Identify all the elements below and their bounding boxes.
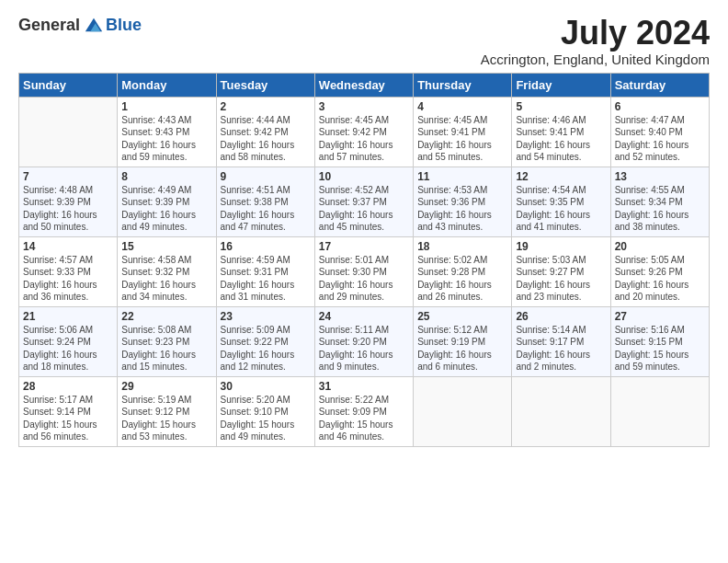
day-number: 13	[615, 170, 705, 183]
cell-info: Sunrise: 4:57 AM Sunset: 9:33 PM Dayligh…	[23, 254, 113, 304]
location: Accrington, England, United Kingdom	[481, 52, 710, 67]
calendar-cell: 14Sunrise: 4:57 AM Sunset: 9:33 PM Dayli…	[19, 236, 118, 306]
cell-info: Sunrise: 5:09 AM Sunset: 9:22 PM Dayligh…	[221, 324, 311, 373]
cell-info: Sunrise: 4:47 AM Sunset: 9:40 PM Dayligh…	[615, 114, 705, 164]
day-number: 3	[319, 100, 409, 113]
day-number: 27	[615, 310, 705, 323]
cell-info: Sunrise: 5:20 AM Sunset: 9:10 PM Dayligh…	[221, 394, 311, 443]
day-number: 23	[221, 310, 311, 323]
calendar-cell: 4Sunrise: 4:45 AM Sunset: 9:41 PM Daylig…	[414, 97, 512, 167]
cell-info: Sunrise: 4:53 AM Sunset: 9:36 PM Dayligh…	[417, 184, 507, 234]
logo: General Blue	[18, 15, 142, 35]
calendar-cell: 2Sunrise: 4:44 AM Sunset: 9:42 PM Daylig…	[216, 97, 314, 167]
day-number: 10	[319, 170, 409, 183]
calendar-cell: 25Sunrise: 5:12 AM Sunset: 9:19 PM Dayli…	[414, 306, 512, 376]
calendar-cell	[512, 376, 610, 446]
logo-icon	[84, 15, 104, 35]
calendar-cell: 31Sunrise: 5:22 AM Sunset: 9:09 PM Dayli…	[314, 376, 413, 446]
day-number: 24	[319, 310, 409, 323]
week-row-1: 1Sunrise: 4:43 AM Sunset: 9:43 PM Daylig…	[19, 97, 710, 167]
calendar-cell: 7Sunrise: 4:48 AM Sunset: 9:39 PM Daylig…	[19, 167, 118, 236]
day-number: 25	[417, 310, 507, 323]
cell-info: Sunrise: 5:01 AM Sunset: 9:30 PM Dayligh…	[319, 254, 409, 304]
day-number: 9	[221, 170, 311, 183]
column-header-wednesday: Wednesday	[314, 73, 413, 97]
calendar-cell: 15Sunrise: 4:58 AM Sunset: 9:32 PM Dayli…	[118, 236, 216, 306]
cell-info: Sunrise: 4:43 AM Sunset: 9:43 PM Dayligh…	[121, 114, 211, 164]
cell-info: Sunrise: 4:44 AM Sunset: 9:42 PM Dayligh…	[221, 114, 311, 164]
calendar-cell	[19, 97, 118, 167]
cell-info: Sunrise: 5:22 AM Sunset: 9:09 PM Dayligh…	[319, 394, 409, 443]
column-header-friday: Friday	[512, 73, 610, 97]
calendar-cell: 11Sunrise: 4:53 AM Sunset: 9:36 PM Dayli…	[414, 167, 512, 236]
calendar-cell: 18Sunrise: 5:02 AM Sunset: 9:28 PM Dayli…	[414, 236, 512, 306]
day-number: 19	[516, 240, 606, 253]
column-header-monday: Monday	[118, 73, 216, 97]
day-number: 31	[319, 380, 409, 393]
calendar-cell: 13Sunrise: 4:55 AM Sunset: 9:34 PM Dayli…	[610, 167, 709, 236]
day-number: 21	[23, 310, 113, 323]
calendar-cell: 20Sunrise: 5:05 AM Sunset: 9:26 PM Dayli…	[610, 236, 709, 306]
day-number: 30	[221, 380, 311, 393]
day-number: 28	[23, 380, 113, 393]
cell-info: Sunrise: 4:45 AM Sunset: 9:42 PM Dayligh…	[319, 114, 409, 164]
day-number: 15	[121, 240, 211, 253]
cell-info: Sunrise: 4:58 AM Sunset: 9:32 PM Dayligh…	[121, 254, 211, 304]
day-number: 4	[417, 100, 507, 113]
calendar-table: SundayMondayTuesdayWednesdayThursdayFrid…	[18, 73, 710, 447]
calendar-cell: 9Sunrise: 4:51 AM Sunset: 9:38 PM Daylig…	[216, 167, 314, 236]
calendar-cell: 1Sunrise: 4:43 AM Sunset: 9:43 PM Daylig…	[118, 97, 216, 167]
cell-info: Sunrise: 5:03 AM Sunset: 9:27 PM Dayligh…	[516, 254, 606, 304]
cell-info: Sunrise: 4:45 AM Sunset: 9:41 PM Dayligh…	[417, 114, 507, 164]
calendar-cell: 27Sunrise: 5:16 AM Sunset: 9:15 PM Dayli…	[610, 306, 709, 376]
calendar-cell: 8Sunrise: 4:49 AM Sunset: 9:39 PM Daylig…	[118, 167, 216, 236]
cell-info: Sunrise: 5:12 AM Sunset: 9:19 PM Dayligh…	[417, 324, 507, 373]
title-area: July 2024 Accrington, England, United Ki…	[481, 15, 710, 67]
calendar-cell: 21Sunrise: 5:06 AM Sunset: 9:24 PM Dayli…	[19, 306, 118, 376]
logo-general: General	[18, 16, 80, 35]
cell-info: Sunrise: 4:51 AM Sunset: 9:38 PM Dayligh…	[221, 184, 311, 234]
day-number: 1	[121, 100, 211, 113]
calendar-cell: 26Sunrise: 5:14 AM Sunset: 9:17 PM Dayli…	[512, 306, 610, 376]
column-header-sunday: Sunday	[19, 73, 118, 97]
column-header-saturday: Saturday	[610, 73, 709, 97]
calendar-cell: 3Sunrise: 4:45 AM Sunset: 9:42 PM Daylig…	[314, 97, 413, 167]
day-number: 12	[516, 170, 606, 183]
cell-info: Sunrise: 4:55 AM Sunset: 9:34 PM Dayligh…	[615, 184, 705, 234]
day-number: 8	[121, 170, 211, 183]
day-number: 6	[615, 100, 705, 113]
cell-info: Sunrise: 4:52 AM Sunset: 9:37 PM Dayligh…	[319, 184, 409, 234]
cell-info: Sunrise: 4:49 AM Sunset: 9:39 PM Dayligh…	[121, 184, 211, 234]
logo-blue: Blue	[106, 16, 142, 35]
calendar-cell: 12Sunrise: 4:54 AM Sunset: 9:35 PM Dayli…	[512, 167, 610, 236]
month-title: July 2024	[481, 15, 710, 52]
cell-info: Sunrise: 5:19 AM Sunset: 9:12 PM Dayligh…	[121, 394, 211, 443]
week-row-2: 7Sunrise: 4:48 AM Sunset: 9:39 PM Daylig…	[19, 167, 710, 236]
day-number: 2	[221, 100, 311, 113]
column-header-thursday: Thursday	[414, 73, 512, 97]
cell-info: Sunrise: 5:11 AM Sunset: 9:20 PM Dayligh…	[319, 324, 409, 373]
calendar-cell: 10Sunrise: 4:52 AM Sunset: 9:37 PM Dayli…	[314, 167, 413, 236]
week-row-3: 14Sunrise: 4:57 AM Sunset: 9:33 PM Dayli…	[19, 236, 710, 306]
calendar-cell: 6Sunrise: 4:47 AM Sunset: 9:40 PM Daylig…	[610, 97, 709, 167]
week-row-4: 21Sunrise: 5:06 AM Sunset: 9:24 PM Dayli…	[19, 306, 710, 376]
day-number: 20	[615, 240, 705, 253]
cell-info: Sunrise: 5:14 AM Sunset: 9:17 PM Dayligh…	[516, 324, 606, 373]
calendar-cell: 28Sunrise: 5:17 AM Sunset: 9:14 PM Dayli…	[19, 376, 118, 446]
header: General Blue July 2024 Accrington, Engla…	[18, 15, 710, 67]
header-row: SundayMondayTuesdayWednesdayThursdayFrid…	[19, 73, 710, 97]
calendar-cell: 16Sunrise: 4:59 AM Sunset: 9:31 PM Dayli…	[216, 236, 314, 306]
cell-info: Sunrise: 5:08 AM Sunset: 9:23 PM Dayligh…	[121, 324, 211, 373]
cell-info: Sunrise: 5:06 AM Sunset: 9:24 PM Dayligh…	[23, 324, 113, 373]
cell-info: Sunrise: 5:17 AM Sunset: 9:14 PM Dayligh…	[23, 394, 113, 443]
calendar-cell: 30Sunrise: 5:20 AM Sunset: 9:10 PM Dayli…	[216, 376, 314, 446]
day-number: 18	[417, 240, 507, 253]
cell-info: Sunrise: 4:54 AM Sunset: 9:35 PM Dayligh…	[516, 184, 606, 234]
calendar-cell	[414, 376, 512, 446]
day-number: 16	[221, 240, 311, 253]
cell-info: Sunrise: 5:16 AM Sunset: 9:15 PM Dayligh…	[615, 324, 705, 373]
day-number: 14	[23, 240, 113, 253]
calendar-cell: 17Sunrise: 5:01 AM Sunset: 9:30 PM Dayli…	[314, 236, 413, 306]
day-number: 11	[417, 170, 507, 183]
calendar-cell: 23Sunrise: 5:09 AM Sunset: 9:22 PM Dayli…	[216, 306, 314, 376]
